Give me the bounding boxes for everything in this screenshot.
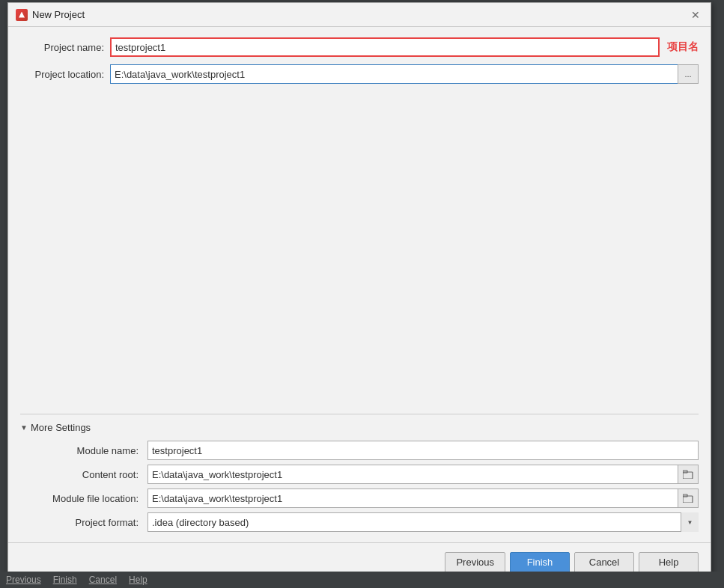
project-format-row: Project format: .idea (directory based) … (32, 512, 699, 532)
statusbar-previous[interactable]: Previous (6, 575, 41, 585)
content-root-row: Content root: (32, 465, 699, 484)
dialog-title: New Project (32, 9, 85, 20)
module-name-row: Module name: (32, 441, 699, 460)
project-location-browse-button[interactable]: ... (678, 64, 699, 84)
project-format-select-wrapper: .idea (directory based) .ipr (file based… (147, 512, 699, 532)
body-spacer (20, 91, 699, 414)
previous-button[interactable]: Previous (445, 552, 505, 573)
project-name-label: Project name: (20, 42, 110, 53)
dialog-body: Project name: 项目名 Project location: ... … (8, 27, 711, 542)
project-location-label: Project location: (20, 69, 110, 80)
project-name-annotation: 项目名 (667, 40, 699, 54)
more-settings-toggle[interactable]: ▼ More Settings (20, 422, 699, 433)
module-file-location-row: Module file location: (32, 489, 699, 508)
content-root-input[interactable] (147, 465, 678, 484)
project-format-label: Project format: (32, 517, 145, 528)
cancel-button[interactable]: Cancel (574, 552, 634, 573)
statusbar-cancel[interactable]: Cancel (89, 575, 117, 585)
module-file-location-input-wrapper (147, 489, 699, 508)
module-name-label: Module name: (32, 445, 145, 456)
content-root-browse-button[interactable] (678, 465, 699, 484)
new-project-dialog: New Project ✕ Project name: 项目名 Project … (7, 2, 711, 582)
module-file-location-browse-button[interactable] (678, 489, 699, 508)
content-root-label: Content root: (32, 469, 145, 480)
statusbar-finish[interactable]: Finish (53, 575, 77, 585)
project-name-row: Project name: 项目名 (20, 37, 699, 57)
dialog-titlebar: New Project ✕ (8, 3, 711, 27)
titlebar-left: New Project (16, 9, 85, 21)
module-file-location-input[interactable] (147, 489, 678, 508)
more-settings-label: More Settings (31, 422, 91, 433)
module-file-location-label: Module file location: (32, 493, 145, 504)
close-button[interactable]: ✕ (688, 7, 703, 22)
project-name-input[interactable] (110, 37, 660, 57)
module-name-input[interactable] (147, 441, 699, 460)
content-root-input-wrapper (147, 465, 699, 484)
project-location-input[interactable] (110, 64, 678, 84)
project-location-row: Project location: ... (20, 64, 699, 84)
help-button[interactable]: Help (639, 552, 699, 573)
finish-button[interactable]: Finish (510, 552, 570, 573)
ide-statusbar: Previous Finish Cancel Help (0, 572, 724, 588)
triangle-icon: ▼ (20, 423, 28, 432)
more-settings-section: ▼ More Settings Module name: Conte (20, 414, 699, 532)
statusbar-help[interactable]: Help (129, 575, 147, 585)
dialog-app-icon (16, 9, 28, 21)
ide-background: New Project ✕ Project name: 项目名 Project … (0, 0, 724, 588)
project-format-select[interactable]: .idea (directory based) .ipr (file based… (147, 512, 699, 532)
settings-form: Module name: Content root: (20, 441, 699, 532)
